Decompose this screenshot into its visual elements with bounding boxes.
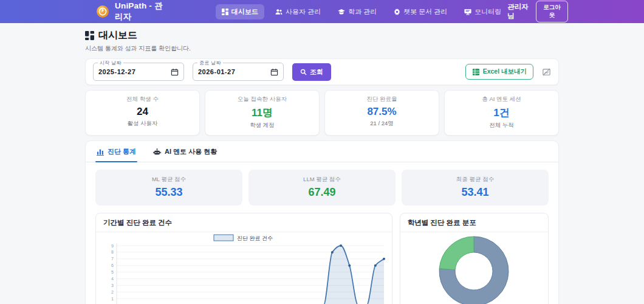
logout-button[interactable]: 로그아웃: [536, 1, 568, 22]
bar-chart-icon: [97, 148, 104, 156]
main-content: 대시보드 시스템 통계와 성과 지표를 확인합니다. 시작 날짜 2025-12…: [85, 29, 559, 304]
user-name: 관리자님: [507, 2, 529, 21]
page-subtitle: 시스템 통계와 성과 지표를 확인합니다.: [85, 44, 559, 53]
users-icon: [275, 9, 283, 15]
start-date-label: 시작 날짜: [98, 60, 123, 66]
svg-text:3: 3: [111, 283, 114, 288]
filter-bar: 시작 날짜 2025-12-27 종료 날짜 2026-01-27 조회 Exc…: [85, 58, 559, 85]
main-nav: 대시보드 사용자 관리 학과 관리 챗봇 문서 관리 모니터링: [216, 4, 507, 19]
score-card-llm: LLM 평균 점수 67.49: [248, 170, 396, 206]
stat-card-today-users: 오늘 접속한 사용자 11명 학생 계정: [205, 90, 320, 136]
dashboard-panel: 진단 통계 AI 멘토 사용 현황 ML 평균 점수 55.33 LLM 평균 …: [85, 140, 559, 304]
svg-text:9: 9: [111, 244, 114, 248]
stats-row: 전체 학생 수 24 활성 사용자 오늘 접속한 사용자 11명 학생 계정 진…: [85, 90, 559, 136]
top-navbar: UniPath - 관리자 대시보드 사용자 관리 학과 관리 챗봇 문서 관리…: [0, 0, 644, 23]
svg-text:1: 1: [111, 297, 114, 301]
tab-bar: 진단 통계 AI 멘토 사용 현황: [86, 141, 558, 162]
dashboard-icon: [85, 31, 94, 40]
svg-text:진단 완료 건수: 진단 완료 건수: [237, 235, 273, 241]
svg-text:2: 2: [111, 290, 114, 294]
donut-chart-canvas[interactable]: [406, 232, 541, 304]
svg-text:6: 6: [111, 263, 114, 268]
end-date-input[interactable]: 종료 날짜 2026-01-27: [193, 63, 284, 81]
image-broken-icon: [542, 67, 551, 77]
excel-export-button[interactable]: Excel 내보내기: [465, 64, 533, 80]
start-date-input[interactable]: 시작 날짜 2025-12-27: [93, 63, 184, 81]
stat-card-ai-sessions: 총 AI 멘토 세션 1건 전체 누적: [444, 90, 559, 136]
svg-text:4: 4: [111, 277, 114, 281]
stat-card-diagnosis-rate: 진단 완료율 87.5% 21 / 24명: [324, 90, 439, 136]
scores-row: ML 평균 점수 55.33 LLM 평균 점수 67.49 최종 평균 점수 …: [86, 162, 558, 206]
page-title: 대시보드: [85, 29, 559, 42]
grid-icon: [222, 9, 228, 15]
score-card-final: 최종 평균 점수 53.41: [402, 170, 549, 206]
calendar-icon[interactable]: [171, 68, 179, 76]
nav-item-department-management[interactable]: 학과 관리: [332, 4, 383, 19]
nav-item-dashboard[interactable]: 대시보드: [216, 4, 264, 19]
svg-text:8: 8: [111, 250, 114, 254]
nav-item-chatbot-docs[interactable]: 챗봇 문서 관리: [388, 4, 453, 19]
score-card-ml: ML 평균 점수 55.33: [95, 170, 242, 206]
monitor-icon: [464, 9, 471, 15]
calendar-icon[interactable]: [270, 68, 278, 76]
donut-chart-title: 학년별 진단 완료 분포: [400, 213, 548, 232]
unipath-logo-icon: [96, 5, 109, 18]
chatbot-doc-icon: [394, 9, 400, 15]
app-title: UniPath - 관리자: [115, 1, 168, 22]
nav-item-user-management[interactable]: 사용자 관리: [269, 4, 327, 19]
school-icon: [338, 9, 345, 15]
tab-ai-mentor-usage[interactable]: AI 멘토 사용 현황: [152, 141, 218, 162]
svg-text:7: 7: [111, 257, 114, 261]
charts-row: 기간별 진단 완료 건수 01234567892025-12-272026-01…: [86, 206, 558, 304]
excel-icon: [472, 68, 480, 76]
nav-item-monitoring[interactable]: 모니터링: [458, 4, 507, 19]
line-chart-canvas[interactable]: 01234567892025-12-272026-01-022026-01-08…: [96, 232, 392, 304]
search-icon: [300, 69, 307, 75]
end-date-label: 종료 날짜: [197, 60, 223, 66]
svg-text:5: 5: [111, 270, 114, 274]
donut-chart-card: 학년별 진단 완료 분포 1학년: 16명 (76.2%)2학년: 5명 (23…: [400, 213, 549, 304]
line-chart-title: 기간별 진단 완료 건수: [96, 213, 392, 232]
robot-icon: [153, 148, 161, 156]
tab-diagnosis-stats[interactable]: 진단 통계: [95, 141, 137, 162]
line-chart-card: 기간별 진단 완료 건수 01234567892025-12-272026-01…: [95, 213, 392, 304]
stat-card-total-students: 전체 학생 수 24 활성 사용자: [85, 90, 200, 136]
search-button[interactable]: 조회: [292, 63, 331, 81]
